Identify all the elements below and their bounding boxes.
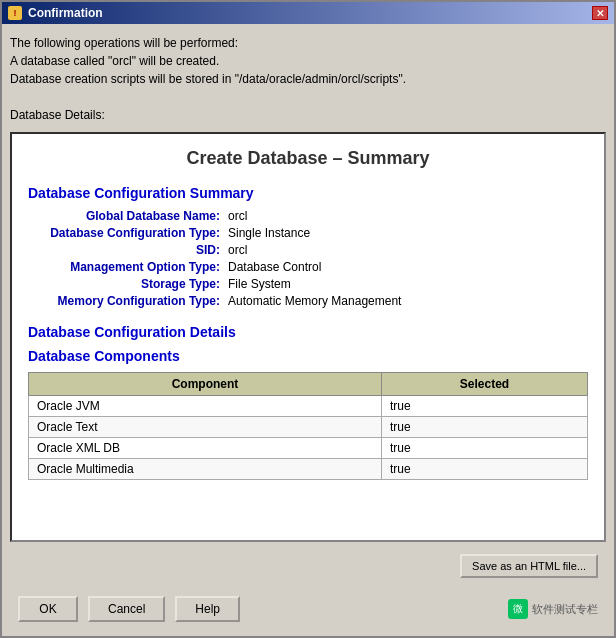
- watermark: 微 软件测试专栏: [508, 599, 598, 619]
- section2-title: Database Configuration Details: [28, 324, 588, 340]
- close-button[interactable]: ✕: [592, 6, 608, 20]
- label-memory: Memory Configuration Type:: [28, 294, 228, 308]
- info-line-3: Database creation scripts will be stored…: [10, 70, 606, 88]
- value-mgmt-option: Database Control: [228, 260, 321, 274]
- config-table: Global Database Name: orcl Database Conf…: [28, 209, 588, 308]
- value-global-db: orcl: [228, 209, 247, 223]
- components-table: Component Selected Oracle JVM true Oracl…: [28, 372, 588, 480]
- label-config-type: Database Configuration Type:: [28, 226, 228, 240]
- info-line-2: A database called "orcl" will be created…: [10, 52, 606, 70]
- table-row: Oracle Multimedia true: [29, 459, 588, 480]
- scrollable-content[interactable]: Create Database – Summary Database Confi…: [12, 134, 604, 540]
- value-config-type: Single Instance: [228, 226, 310, 240]
- info-line-4: [10, 88, 606, 106]
- title-bar: ! Confirmation ✕: [2, 2, 614, 24]
- window-body: The following operations will be perform…: [2, 24, 614, 636]
- info-line-1: The following operations will be perform…: [10, 34, 606, 52]
- value-sid: orcl: [228, 243, 247, 257]
- component-cell: Oracle Text: [29, 417, 382, 438]
- confirmation-dialog: ! Confirmation ✕ The following operation…: [0, 0, 616, 638]
- col-selected: Selected: [381, 373, 587, 396]
- label-mgmt-option: Management Option Type:: [28, 260, 228, 274]
- section1-title: Database Configuration Summary: [28, 185, 588, 201]
- component-cell: Oracle Multimedia: [29, 459, 382, 480]
- wx-icon: 微: [508, 599, 528, 619]
- config-row-1: Global Database Name: orcl: [28, 209, 588, 223]
- value-storage: File System: [228, 277, 291, 291]
- component-cell: Oracle XML DB: [29, 438, 382, 459]
- table-row: Oracle Text true: [29, 417, 588, 438]
- label-sid: SID:: [28, 243, 228, 257]
- table-row: Oracle JVM true: [29, 396, 588, 417]
- value-memory: Automatic Memory Management: [228, 294, 401, 308]
- component-cell: Oracle JVM: [29, 396, 382, 417]
- footer-bar: OK Cancel Help 微 软件测试专栏: [10, 590, 606, 628]
- label-global-db: Global Database Name:: [28, 209, 228, 223]
- section3-title: Database Components: [28, 348, 588, 364]
- selected-cell: true: [381, 396, 587, 417]
- title-bar-left: ! Confirmation: [8, 6, 103, 20]
- config-row-4: Management Option Type: Database Control: [28, 260, 588, 274]
- config-row-5: Storage Type: File System: [28, 277, 588, 291]
- help-button[interactable]: Help: [175, 596, 240, 622]
- selected-cell: true: [381, 438, 587, 459]
- info-text: The following operations will be perform…: [10, 32, 606, 126]
- ok-button[interactable]: OK: [18, 596, 78, 622]
- cancel-button[interactable]: Cancel: [88, 596, 165, 622]
- content-area: Create Database – Summary Database Confi…: [10, 132, 606, 542]
- watermark-text: 软件测试专栏: [532, 602, 598, 617]
- label-storage: Storage Type:: [28, 277, 228, 291]
- table-row: Oracle XML DB true: [29, 438, 588, 459]
- summary-title: Create Database – Summary: [28, 148, 588, 169]
- window-icon: !: [8, 6, 22, 20]
- config-row-3: SID: orcl: [28, 243, 588, 257]
- window-title: Confirmation: [28, 6, 103, 20]
- config-row-6: Memory Configuration Type: Automatic Mem…: [28, 294, 588, 308]
- selected-cell: true: [381, 417, 587, 438]
- save-html-button[interactable]: Save as an HTML file...: [460, 554, 598, 578]
- config-row-2: Database Configuration Type: Single Inst…: [28, 226, 588, 240]
- col-component: Component: [29, 373, 382, 396]
- bottom-bar: Save as an HTML file...: [10, 548, 606, 584]
- selected-cell: true: [381, 459, 587, 480]
- info-line-5: Database Details:: [10, 106, 606, 124]
